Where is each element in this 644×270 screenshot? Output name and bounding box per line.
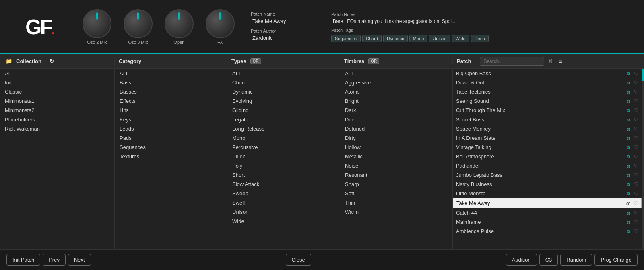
patch-item[interactable]: Padlander α ♡	[453, 161, 642, 170]
patch-item[interactable]: Nasty Business α ♡	[453, 180, 642, 189]
timbre-item[interactable]: Dirty	[340, 133, 452, 143]
timbre-item[interactable]: Warm	[340, 207, 452, 217]
type-item[interactable]: Sweep	[227, 189, 340, 198]
sort-icon[interactable]: ≡↓	[558, 58, 565, 65]
timbre-item[interactable]: Bright	[340, 96, 452, 106]
type-item[interactable]: Short	[227, 170, 340, 180]
category-item[interactable]: Leads	[115, 124, 227, 133]
type-item[interactable]: Wide	[227, 217, 340, 226]
patch-item[interactable]: Tape Tectonics α ♡	[453, 87, 642, 96]
timbre-item[interactable]: ALL	[340, 69, 452, 78]
type-item[interactable]: Slow Attack	[227, 180, 340, 189]
heart-icon[interactable]: ♡	[634, 135, 638, 141]
patch-item[interactable]: Vintage Talking α ♡	[453, 143, 642, 152]
knob-osc3mix[interactable]	[124, 9, 153, 38]
patch-item[interactable]: Big Open Bass α ♡	[453, 69, 642, 78]
heart-icon[interactable]: ♡	[634, 117, 638, 123]
folder-icon[interactable]: 📁	[4, 57, 14, 66]
tag-deep[interactable]: Deep	[471, 35, 489, 42]
patch-item[interactable]: Secret Boss α ♡	[453, 115, 642, 124]
tag-sequences[interactable]: Sequences	[331, 35, 361, 42]
timbre-item[interactable]: Thin	[340, 198, 452, 207]
category-item[interactable]: Basses	[115, 87, 227, 96]
collection-item[interactable]: Classic	[0, 87, 114, 96]
patch-item[interactable]: Mainframe α ♡	[453, 217, 642, 227]
patch-item[interactable]: Ambience Pulse α ♡	[453, 227, 642, 236]
category-item[interactable]: ALL	[115, 69, 227, 78]
knob-fx[interactable]	[206, 9, 235, 38]
collection-item[interactable]: Minimonsta1	[0, 96, 114, 106]
patch-item[interactable]: Little Monsta α ♡	[453, 189, 642, 198]
tag-dynamic[interactable]: Dynamic	[383, 35, 408, 42]
timbre-item[interactable]: Deep	[340, 115, 452, 124]
type-item[interactable]: Unison	[227, 207, 340, 217]
knob-open[interactable]	[165, 9, 194, 38]
collection-item[interactable]: ALL	[0, 69, 114, 78]
patch-item[interactable]: Catch 44 α ♡	[453, 208, 642, 217]
patch-item[interactable]: Jumbo Legato Bass α ♡	[453, 170, 642, 180]
timbre-item[interactable]: Metallic	[340, 152, 452, 161]
collection-item[interactable]: Rick Wakeman	[0, 124, 114, 133]
heart-icon[interactable]: ♡	[634, 154, 638, 160]
c3-button[interactable]: C3	[539, 254, 558, 266]
tag-mono[interactable]: Mono	[409, 35, 428, 42]
heart-icon[interactable]: ♡	[634, 71, 638, 76]
type-item[interactable]: Legato	[227, 115, 340, 124]
type-item[interactable]: Gliding	[227, 106, 340, 115]
category-item[interactable]: Pads	[115, 133, 227, 143]
timbre-item[interactable]: Aggressive	[340, 78, 452, 87]
type-item[interactable]: Mono	[227, 133, 340, 143]
random-button[interactable]: Random	[560, 254, 592, 266]
heart-icon[interactable]: ♡	[634, 182, 638, 187]
category-item[interactable]: Textures	[115, 152, 227, 161]
type-item[interactable]: Evolving	[227, 96, 340, 106]
collection-item[interactable]: Minimonsta2	[0, 106, 114, 115]
timbre-item[interactable]: Sharp	[340, 180, 452, 189]
heart-icon[interactable]: ♡	[634, 229, 638, 234]
patch-item[interactable]: Cut Through The Mix α ♡	[453, 106, 642, 115]
heart-icon[interactable]: ♡	[634, 145, 638, 150]
timbres-or-badge[interactable]: OR	[368, 58, 379, 64]
patch-item[interactable]: In A Dream State α ♡	[453, 133, 642, 143]
category-item[interactable]: Keys	[115, 115, 227, 124]
category-item[interactable]: Sequences	[115, 143, 227, 152]
patch-notes-input[interactable]	[331, 18, 632, 25]
patch-name-input[interactable]	[251, 17, 323, 25]
type-item[interactable]: Swell	[227, 198, 340, 207]
patch-item[interactable]: Space Monkey α ♡	[453, 124, 642, 133]
timbre-item[interactable]: Soft	[340, 189, 452, 198]
close-button[interactable]: Close	[286, 254, 311, 266]
timbre-item[interactable]: Hollow	[340, 143, 452, 152]
timbre-item[interactable]: Dark	[340, 106, 452, 115]
type-item[interactable]: Pluck	[227, 152, 340, 161]
heart-icon[interactable]: ♡	[634, 126, 638, 132]
collection-item[interactable]: Init	[0, 78, 114, 87]
heart-icon[interactable]: ♡	[634, 98, 638, 104]
heart-icon[interactable]: ♡	[634, 89, 638, 95]
tag-wide[interactable]: Wide	[452, 35, 469, 42]
collection-item[interactable]: Placeholders	[0, 115, 114, 124]
heart-icon[interactable]: ♡	[634, 172, 638, 178]
category-item[interactable]: Hits	[115, 106, 227, 115]
heart-icon[interactable]: ♡	[634, 191, 638, 196]
audition-button[interactable]: Audition	[506, 254, 537, 266]
heart-icon[interactable]: ♡	[634, 80, 638, 86]
search-clear-icon[interactable]: ✕	[548, 58, 553, 64]
init-patch-button[interactable]: Init Patch	[6, 254, 40, 266]
type-item[interactable]: Dynamic	[227, 87, 340, 96]
tag-unison[interactable]: Unison	[429, 35, 450, 42]
search-input[interactable]	[480, 57, 544, 66]
patch-item[interactable]: Down & Out α ♡	[453, 78, 642, 87]
timbre-item[interactable]: Resonant	[340, 170, 452, 180]
timbre-item[interactable]: Detuned	[340, 124, 452, 133]
category-item[interactable]: Bass	[115, 78, 227, 87]
patch-item[interactable]: Bell Atmosphere α ♡	[453, 152, 642, 161]
prog-change-button[interactable]: Prog Change	[594, 254, 638, 266]
timbre-item[interactable]: Atonal	[340, 87, 452, 96]
patch-scrollbar[interactable]	[642, 69, 644, 249]
category-item[interactable]: Effects	[115, 96, 227, 106]
heart-icon[interactable]: ♡	[634, 210, 638, 216]
knob-osc2mix[interactable]	[83, 9, 111, 38]
type-item[interactable]: Long Release	[227, 124, 340, 133]
timbre-item[interactable]: Noise	[340, 161, 452, 170]
